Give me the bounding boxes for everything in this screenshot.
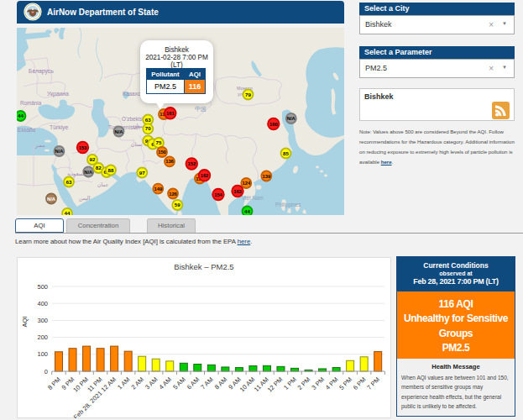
svg-text:N/A: N/A bbox=[55, 149, 65, 154]
svg-text:Ελλάδα: Ελλάδα bbox=[18, 127, 36, 133]
svg-text:6 AM: 6 AM bbox=[186, 375, 201, 391]
svg-text:8 AM: 8 AM bbox=[213, 375, 228, 391]
svg-text:3 PM: 3 PM bbox=[310, 375, 326, 391]
svg-text:154: 154 bbox=[214, 192, 222, 197]
svg-text:70: 70 bbox=[145, 125, 151, 131]
svg-text:92: 92 bbox=[90, 156, 96, 162]
svg-text:7 PM: 7 PM bbox=[365, 375, 381, 391]
svg-text:12 PM: 12 PM bbox=[266, 375, 285, 394]
svg-text:162: 162 bbox=[201, 173, 209, 178]
svg-text:Türkiye: Türkiye bbox=[50, 124, 69, 131]
svg-text:N/A: N/A bbox=[84, 170, 93, 175]
svg-text:44: 44 bbox=[65, 210, 71, 215]
svg-text:8 PM: 8 PM bbox=[46, 375, 62, 391]
svg-text:Việt Nam: Việt Nam bbox=[242, 195, 264, 201]
svg-text:150: 150 bbox=[158, 150, 166, 155]
svg-text:2 PM: 2 PM bbox=[296, 375, 312, 391]
svg-text:59: 59 bbox=[175, 202, 180, 207]
svg-text:400: 400 bbox=[37, 300, 48, 307]
svg-text:139: 139 bbox=[262, 174, 270, 179]
svg-text:România: România bbox=[20, 100, 42, 106]
svg-text:4 AM: 4 AM bbox=[158, 375, 173, 391]
svg-text:N/A: N/A bbox=[47, 197, 56, 202]
svg-text:63: 63 bbox=[145, 117, 151, 123]
svg-text:Philippines: Philippines bbox=[275, 202, 301, 208]
svg-text:中国: 中国 bbox=[195, 106, 207, 113]
svg-text:75: 75 bbox=[156, 139, 162, 145]
svg-text:7 AM: 7 AM bbox=[199, 375, 214, 391]
svg-text:153: 153 bbox=[79, 145, 87, 150]
svg-text:163: 163 bbox=[233, 189, 242, 194]
svg-text:97: 97 bbox=[139, 170, 145, 176]
svg-text:عمان: عمان bbox=[97, 182, 108, 187]
svg-text:5 PM: 5 PM bbox=[337, 375, 353, 391]
svg-text:44: 44 bbox=[18, 113, 24, 118]
svg-text:44: 44 bbox=[244, 208, 250, 214]
svg-text:124: 124 bbox=[242, 181, 250, 186]
svg-text:N/A: N/A bbox=[287, 116, 296, 121]
svg-text:85: 85 bbox=[283, 150, 289, 156]
svg-text:4 PM: 4 PM bbox=[324, 375, 340, 391]
svg-text:5 AM: 5 AM bbox=[171, 375, 186, 391]
svg-text:0: 0 bbox=[44, 368, 48, 375]
svg-text:مصر: مصر bbox=[34, 143, 45, 149]
svg-text:6 PM: 6 PM bbox=[352, 375, 368, 391]
svg-text:500: 500 bbox=[37, 283, 48, 291]
svg-text:اليمن: اليمن bbox=[79, 196, 91, 202]
svg-text:10 PM: 10 PM bbox=[71, 375, 90, 394]
svg-text:Украина: Украина bbox=[47, 91, 69, 97]
svg-text:152: 152 bbox=[187, 161, 196, 166]
svg-text:1 PM: 1 PM bbox=[282, 375, 298, 391]
svg-text:N/A: N/A bbox=[115, 129, 124, 134]
svg-text:160: 160 bbox=[269, 122, 278, 127]
svg-text:300: 300 bbox=[37, 317, 48, 324]
svg-text:88: 88 bbox=[108, 167, 114, 173]
svg-text:200: 200 bbox=[37, 333, 48, 341]
svg-text:82: 82 bbox=[96, 165, 102, 171]
svg-text:149: 149 bbox=[154, 186, 162, 192]
svg-text:126: 126 bbox=[169, 192, 177, 197]
svg-text:1 AM: 1 AM bbox=[116, 375, 131, 391]
svg-text:2 AM: 2 AM bbox=[130, 375, 145, 391]
svg-text:100: 100 bbox=[37, 350, 48, 358]
svg-text:79: 79 bbox=[245, 92, 251, 97]
svg-text:ستان: ستان bbox=[131, 142, 142, 147]
svg-text:3 AM: 3 AM bbox=[144, 375, 159, 391]
svg-text:AQI: AQI bbox=[21, 317, 29, 328]
svg-text:136: 136 bbox=[165, 159, 174, 164]
svg-text:10 AM: 10 AM bbox=[238, 375, 256, 393]
svg-text:63: 63 bbox=[66, 179, 72, 185]
svg-text:161: 161 bbox=[166, 111, 175, 116]
svg-text:ستان: ستان bbox=[133, 123, 144, 129]
svg-text:Беларусь: Беларусь bbox=[29, 68, 54, 75]
